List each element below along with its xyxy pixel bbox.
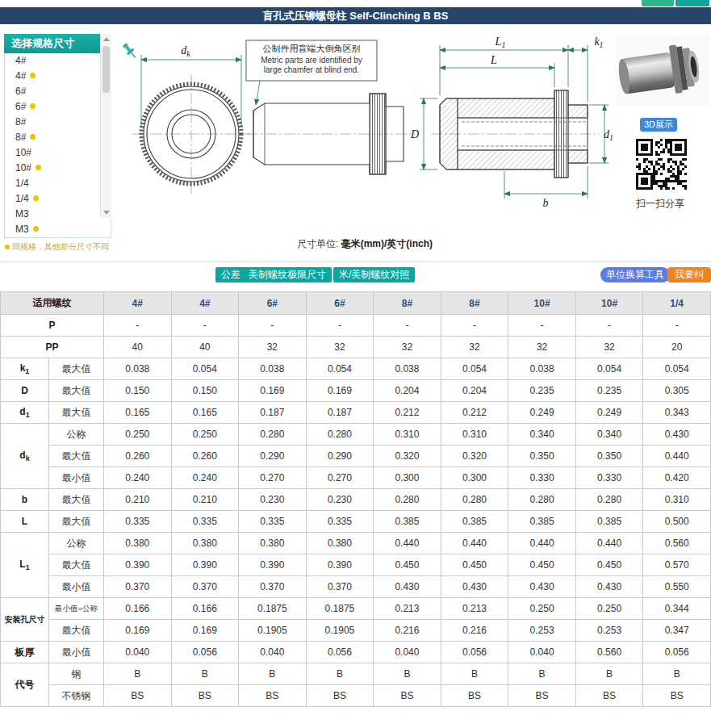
thread-compare-button[interactable]: 米/美制螺纹对照 (333, 267, 415, 282)
svg-text:公制件用盲端大倒角区别: 公制件用盲端大倒角区别 (263, 44, 361, 53)
top-mini-button-2[interactable] (675, 0, 709, 6)
spec-value-cell: 0.300 (441, 467, 508, 489)
row-group-label: P (1, 315, 104, 337)
spec-value-cell: 0.450 (508, 554, 576, 576)
row-sub-label: 最大值 (49, 358, 104, 380)
table-row: 最大值0.2600.2600.2900.2900.3200.3200.3500.… (1, 446, 711, 467)
spec-value-cell: BS (171, 685, 239, 707)
spec-value-cell: 0.054 (575, 358, 643, 380)
spec-value-cell: 0.380 (171, 533, 239, 554)
size-list-item[interactable]: M3 (5, 207, 111, 222)
size-list-item[interactable]: 4# (5, 69, 111, 84)
spec-value-cell: 0.040 (239, 642, 307, 663)
size-list-item[interactable]: 6# (5, 84, 111, 99)
same-spec-dot-icon (5, 245, 10, 249)
row-group-label: PP (1, 337, 104, 358)
same-spec-dot-icon (36, 165, 41, 170)
spec-table-wrap: 适用螺纹4#4#6#6#8#8#10#10#1/4 P---------PP40… (0, 291, 711, 707)
spec-value-cell: 0.280 (441, 489, 508, 511)
row-sub-label: 最大值 (49, 446, 104, 467)
spec-value-cell: 32 (441, 337, 508, 358)
table-header-row: 适用螺纹4#4#6#6#8#8#10#10#1/4 (1, 292, 711, 315)
spec-value-cell: 0.440 (643, 446, 711, 467)
dimension-k1: k1 (568, 36, 604, 102)
spec-value-cell: 0.204 (374, 380, 441, 402)
size-list-item[interactable]: 8# (5, 115, 111, 130)
spec-value-cell: - (171, 315, 239, 337)
spec-value-cell: 0.187 (306, 402, 374, 424)
size-label: 10# (15, 162, 31, 174)
section-view (431, 90, 599, 178)
spec-value-cell: B (508, 663, 576, 685)
thread-size-column-header: 4# (104, 292, 172, 315)
spec-value-cell: 0.370 (171, 576, 239, 598)
scrollbar-thumb[interactable] (102, 46, 110, 93)
spec-value-cell: 0.370 (239, 576, 307, 598)
table-row: L最大值0.3350.3350.3350.3350.3850.3850.3850… (1, 511, 711, 533)
product-photo (616, 36, 709, 107)
us-thread-limits-button[interactable]: 美制螺纹极限尺寸 (243, 267, 332, 282)
spec-value-cell: 0.350 (508, 446, 576, 467)
right-panel: 3D展示 扫一扫分享 (616, 36, 711, 211)
size-list-item[interactable]: 6# (5, 99, 111, 115)
spec-value-cell: 0.169 (104, 620, 172, 642)
size-list-item[interactable]: 1/4 (5, 176, 111, 191)
size-list-item[interactable]: 10# (5, 145, 111, 161)
spec-value-cell: 0.212 (374, 402, 441, 424)
spec-value-cell: 0.450 (374, 554, 441, 576)
row-sub-label: 钢 (49, 663, 104, 685)
size-list-scrollbar[interactable] (100, 34, 111, 218)
table-row: 最小值0.2400.2400.2700.2700.3000.3000.3300.… (1, 467, 711, 489)
view-3d-button[interactable]: 3D展示 (640, 118, 677, 132)
spec-value-cell: 0.440 (508, 533, 576, 554)
row-sub-label: 公称 (49, 533, 104, 554)
thread-size-column-header: 1/4 (643, 292, 711, 315)
spec-value-cell: B (104, 663, 172, 685)
spec-value-cell: 0.385 (441, 511, 508, 533)
scroll-down-icon[interactable] (103, 211, 110, 215)
spec-value-cell: 0.235 (575, 380, 643, 402)
spec-value-cell: 0.330 (508, 467, 576, 489)
page-title: 盲孔式压铆螺母柱 Self-Clinching B BS (0, 7, 711, 24)
spec-value-cell: BS (508, 685, 576, 707)
top-mini-button-1[interactable] (642, 0, 674, 6)
size-list-item[interactable]: 10# (5, 161, 111, 176)
same-spec-dot-icon (30, 134, 36, 140)
row-group-label: 板厚 (1, 642, 49, 663)
spec-value-cell: 0.253 (575, 620, 643, 642)
tolerance-button[interactable]: 公差 (215, 267, 246, 282)
svg-text:Metric parts are identified by: Metric parts are identified by (261, 56, 362, 65)
svg-text:L1: L1 (495, 36, 506, 49)
spec-value-cell: 0.420 (643, 467, 711, 489)
spec-value-cell: 0.250 (104, 424, 172, 446)
scroll-up-icon[interactable] (103, 37, 110, 41)
spec-value-cell: 0.290 (239, 446, 307, 467)
spec-value-cell: 0.204 (441, 380, 508, 402)
spec-value-cell: 40 (171, 337, 239, 358)
spec-value-cell: 0.038 (104, 358, 172, 380)
report-error-button[interactable]: 我要纠错 (667, 267, 711, 282)
spec-value-cell: - (508, 315, 576, 337)
spec-value-cell: 0.260 (104, 446, 172, 467)
unit-converter-button[interactable]: 单位换算工具 (600, 267, 670, 282)
spec-value-cell: 32 (239, 337, 307, 358)
spec-value-cell: 0.335 (306, 511, 374, 533)
technical-drawing: dk 公制件用盲端大倒角区别 Metric parts are identifi… (115, 31, 615, 232)
spec-value-cell: 0.1905 (306, 620, 374, 642)
spec-value-cell: 0.166 (104, 598, 172, 620)
spec-value-cell: 0.500 (643, 511, 711, 533)
size-list-item[interactable]: M3 (5, 222, 111, 237)
same-spec-dot-icon (33, 195, 39, 201)
table-row: b最大值0.2100.2100.2300.2300.2800.2800.2800… (1, 489, 711, 511)
content-area: 选择规格尺寸 4#4#6#6#8#8#10#10#1/41/4M3M3 同规格，… (0, 24, 711, 261)
spec-value-cell: 0.570 (643, 554, 711, 576)
spec-value-cell: 0.340 (575, 424, 643, 446)
row-sub-label: 最小值 (49, 467, 104, 489)
front-view (132, 74, 250, 194)
size-list-item[interactable]: 1/4 (5, 191, 111, 207)
size-list-item[interactable]: 8# (5, 130, 111, 145)
spec-value-cell: 0.330 (575, 467, 643, 489)
size-list-item[interactable]: 4# (5, 53, 111, 69)
spec-value-cell: B (306, 663, 374, 685)
spec-value-cell: 0.430 (575, 576, 643, 598)
